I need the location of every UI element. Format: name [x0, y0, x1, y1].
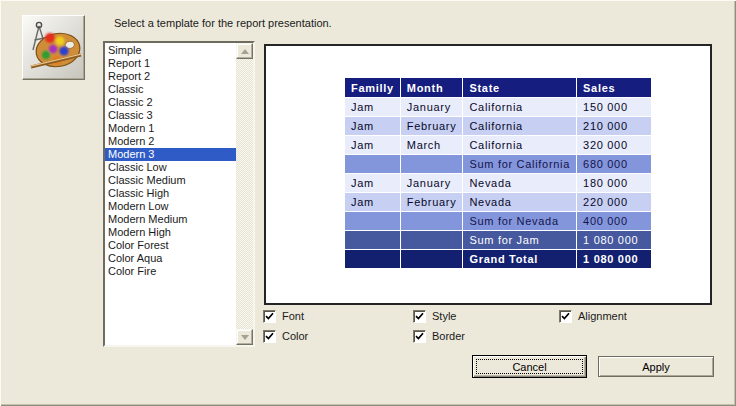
table-cell: March	[401, 136, 463, 154]
table-cell: 150 000	[577, 98, 651, 116]
list-item[interactable]: Modern Low	[105, 200, 236, 213]
list-item[interactable]: Classic	[105, 83, 236, 96]
arrow-down-icon	[241, 335, 249, 340]
list-item[interactable]: Color Aqua	[105, 252, 236, 265]
table-row: Sum for Nevada400 000	[345, 212, 651, 230]
preview-table: FamillyMonthStateSalesJamJanuaryCaliforn…	[344, 77, 652, 269]
list-item[interactable]: Modern Medium	[105, 213, 236, 226]
options-group: Font Style Alignment Color Border	[263, 306, 723, 346]
table-cell: Nevada	[463, 174, 576, 192]
table-cell	[345, 250, 400, 268]
table-row: Sum for Jam1 080 000	[345, 231, 651, 249]
checkbox-color-box[interactable]	[263, 330, 276, 343]
table-row: JamMarchCalifornia320 000	[345, 136, 651, 154]
checkbox-style[interactable]: Style	[413, 306, 559, 326]
arrow-up-icon	[241, 49, 249, 54]
table-header-cell: Month	[401, 78, 463, 97]
checkbox-border-label: Border	[432, 330, 465, 342]
table-cell: 220 000	[577, 193, 651, 211]
preview-table-body: FamillyMonthStateSalesJamJanuaryCaliforn…	[345, 78, 651, 268]
list-item[interactable]: Report 2	[105, 70, 236, 83]
list-item[interactable]: Classic 3	[105, 109, 236, 122]
list-item[interactable]: Modern High	[105, 226, 236, 239]
table-cell: Jam	[345, 136, 400, 154]
table-cell: 210 000	[577, 117, 651, 135]
scroll-up-button[interactable]	[236, 43, 253, 59]
list-item[interactable]: Modern 3	[105, 148, 236, 161]
template-list[interactable]: SimpleReport 1Report 2ClassicClassic 2Cl…	[103, 41, 255, 347]
table-cell	[401, 250, 463, 268]
list-item[interactable]: Report 1	[105, 57, 236, 70]
table-row: JamFebruaryCalifornia210 000	[345, 117, 651, 135]
checkmark-icon	[415, 312, 424, 321]
table-cell: Jam	[345, 174, 400, 192]
checkmark-icon	[561, 312, 570, 321]
list-item[interactable]: Classic Medium	[105, 174, 236, 187]
table-cell	[401, 155, 463, 173]
apply-button-label: Apply	[642, 361, 670, 373]
list-item[interactable]: Classic 2	[105, 96, 236, 109]
list-item[interactable]: Classic Low	[105, 161, 236, 174]
table-header-row: FamillyMonthStateSales	[345, 78, 651, 97]
table-cell: 680 000	[577, 155, 651, 173]
table-header-cell: Sales	[577, 78, 651, 97]
checkbox-border-box[interactable]	[413, 330, 426, 343]
table-cell: Jam	[345, 117, 400, 135]
table-cell	[345, 155, 400, 173]
list-item[interactable]: Modern 1	[105, 122, 236, 135]
list-item[interactable]: Color Fire	[105, 265, 236, 278]
table-cell: California	[463, 136, 576, 154]
checkbox-alignment[interactable]: Alignment	[559, 306, 723, 326]
list-item[interactable]: Color Forest	[105, 239, 236, 252]
list-item[interactable]: Simple	[105, 44, 236, 57]
table-cell	[401, 212, 463, 230]
table-row: JamFebruaryNevada220 000	[345, 193, 651, 211]
checkbox-style-box[interactable]	[413, 310, 426, 323]
table-header-cell: State	[463, 78, 576, 97]
list-item[interactable]: Classic High	[105, 187, 236, 200]
table-cell: Jam	[345, 98, 400, 116]
checkbox-color-label: Color	[282, 330, 308, 342]
table-cell: January	[401, 98, 463, 116]
template-list-items: SimpleReport 1Report 2ClassicClassic 2Cl…	[105, 44, 236, 345]
checkmark-icon	[415, 332, 424, 341]
table-cell: Sum for Jam	[463, 231, 576, 249]
autoformat-dialog: Select a template for the report present…	[0, 0, 736, 406]
table-cell: Jam	[345, 193, 400, 211]
table-cell	[401, 231, 463, 249]
checkbox-border[interactable]: Border	[413, 326, 559, 346]
table-cell: Nevada	[463, 193, 576, 211]
cancel-button[interactable]: Cancel	[472, 355, 587, 378]
table-row: Sum for California680 000	[345, 155, 651, 173]
checkbox-font[interactable]: Font	[263, 306, 413, 326]
cancel-button-label: Cancel	[512, 361, 546, 373]
checkbox-font-box[interactable]	[263, 310, 276, 323]
list-item[interactable]: Modern 2	[105, 135, 236, 148]
table-cell	[345, 231, 400, 249]
table-header-cell: Familly	[345, 78, 400, 97]
apply-button[interactable]: Apply	[598, 356, 714, 377]
table-cell: February	[401, 117, 463, 135]
vertical-scrollbar[interactable]	[236, 43, 253, 345]
table-row: Grand Total1 080 000	[345, 250, 651, 268]
table-cell: 1 080 000	[577, 231, 651, 249]
table-cell: Grand Total	[463, 250, 576, 268]
table-cell: Sum for Nevada	[463, 212, 576, 230]
checkbox-color[interactable]: Color	[263, 326, 413, 346]
table-cell: California	[463, 117, 576, 135]
table-cell: 400 000	[577, 212, 651, 230]
table-cell: February	[401, 193, 463, 211]
checkbox-font-label: Font	[282, 310, 304, 322]
table-cell: Sum for California	[463, 155, 576, 173]
table-cell	[345, 212, 400, 230]
scroll-down-button[interactable]	[236, 329, 253, 345]
table-cell: 180 000	[577, 174, 651, 192]
checkbox-alignment-label: Alignment	[578, 310, 627, 322]
checkmark-icon	[265, 332, 274, 341]
checkbox-alignment-box[interactable]	[559, 310, 572, 323]
table-cell: California	[463, 98, 576, 116]
palette-icon-image	[26, 20, 82, 76]
table-row: JamJanuaryCalifornia150 000	[345, 98, 651, 116]
table-cell: 320 000	[577, 136, 651, 154]
preview-panel: FamillyMonthStateSalesJamJanuaryCaliforn…	[264, 44, 712, 305]
